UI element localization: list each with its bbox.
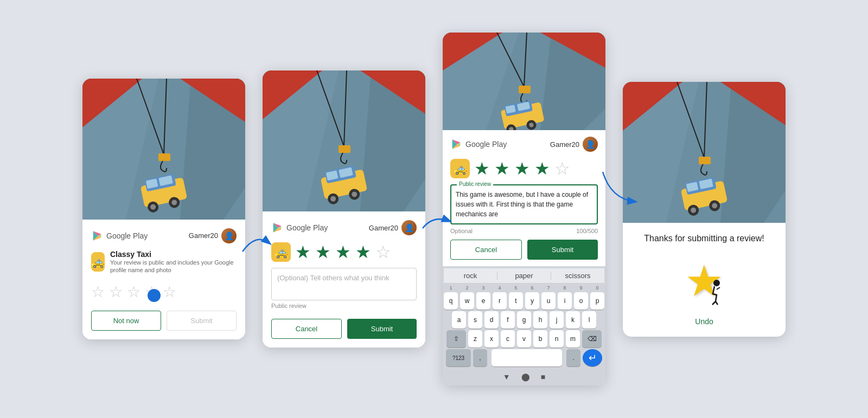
keyboard-row-1: q w e r t y u i o p [444,292,604,310]
review-star-3-5[interactable]: ☆ [554,158,570,179]
key-m[interactable]: m [566,330,580,348]
key-r[interactable]: r [493,292,507,310]
key-comma[interactable]: , [473,349,487,366]
key-c[interactable]: c [501,330,515,348]
key-l[interactable]: l [582,311,596,329]
review-star-3-2[interactable]: ★ [494,158,510,179]
google-play-icon-3 [450,138,462,150]
key-enter[interactable]: ↵ [583,349,602,366]
key-f[interactable]: f [501,311,515,329]
key-p[interactable]: p [590,292,604,310]
star-character-container: ★ [685,254,724,308]
key-u[interactable]: u [541,292,556,310]
star-1[interactable]: ☆ [91,284,105,300]
arrow-svg-3 [600,166,638,210]
star-5[interactable]: ☆ [163,285,176,300]
character-figure [705,279,726,306]
review-star-2[interactable]: ★ [315,242,331,262]
key-i[interactable]: i [558,292,572,310]
suggestion-paper[interactable]: paper [497,272,551,280]
key-x[interactable]: x [484,330,499,348]
stars-row-1[interactable]: ☆ ☆ ☆ ☆ ☆ [91,285,237,300]
svg-rect-7 [158,153,170,161]
submit-button-2[interactable]: Submit [347,319,417,339]
key-k[interactable]: k [566,311,580,329]
cancel-button-2[interactable]: Cancel [271,319,342,339]
key-b[interactable]: b [533,330,547,348]
avatar-1: 👤 [221,228,237,243]
review-text[interactable]: This game is awesome, but I have a coupl… [456,190,592,219]
gp-header-1: Google Play Gamer20 👤 [91,228,237,243]
key-q[interactable]: q [444,292,458,310]
undo-link[interactable]: Undo [695,317,713,326]
submit-button-1[interactable]: Submit [167,311,237,331]
gp-logo-2: Google Play [271,222,328,234]
review-box[interactable]: Public review This game is awesome, but … [450,184,598,224]
not-now-button[interactable]: Not now [91,311,161,331]
cancel-button-3[interactable]: Cancel [450,240,522,260]
screens-container: Google Play Gamer20 👤 🚕 Classy Taxi Your… [0,11,868,407]
submit-button-3[interactable]: Submit [527,240,598,260]
game-illustration-1 [82,79,245,220]
key-e[interactable]: e [476,292,490,310]
key-num[interactable]: ?123 [446,349,471,366]
keyboard[interactable]: rock paper scissors 1 2 3 4 5 6 7 8 9 0 [443,266,605,385]
screen2-bottom: Google Play Gamer20 👤 🚕 ★ ★ ★ ★ ☆ ( [263,211,425,348]
key-a[interactable]: a [452,311,466,329]
key-h[interactable]: h [533,311,547,329]
key-y[interactable]: y [525,292,539,310]
svg-rect-56 [699,157,711,164]
gp-header-3: Google Play Gamer20 👤 [450,137,598,152]
keyboard-row-2: a s d f g h j k l [444,311,604,329]
key-d[interactable]: d [484,311,499,329]
key-v[interactable]: v [517,330,531,348]
key-space[interactable] [492,349,562,366]
review-stars-row-3[interactable]: 🚕 ★ ★ ★ ★ ☆ [450,158,598,179]
key-t[interactable]: t [509,292,523,310]
gp-logo-text-3: Google Play [465,140,507,149]
nav-home[interactable]: ⬤ [521,372,530,381]
key-shift[interactable]: ⇧ [446,330,466,348]
key-j[interactable]: j [550,311,564,329]
char-count: 100/500 [576,228,598,234]
app-icon-3: 🚕 [450,159,470,178]
key-g[interactable]: g [517,311,531,329]
optional-label: Optional [450,228,473,234]
keyboard-row-4: ?123 , . ↵ [444,349,604,366]
gp-logo-text-1: Google Play [106,231,148,240]
key-backspace[interactable]: ⌫ [582,330,602,348]
app-info-row: 🚕 Classy Taxi Your review is public and … [91,250,237,274]
screen1-wrapper: Google Play Gamer20 👤 🚕 Classy Taxi Your… [82,79,245,340]
review-stars-row-2[interactable]: 🚕 ★ ★ ★ ★ ☆ [271,242,417,262]
key-n[interactable]: n [550,330,564,348]
review-input-2[interactable]: (Optional) Tell others what you think [271,268,417,300]
keyboard-suggestions: rock paper scissors [444,268,604,284]
gp-header-2: Google Play Gamer20 👤 [271,220,417,235]
review-star-4[interactable]: ★ [355,242,371,262]
star-wrapper-4[interactable]: ☆ [145,285,158,300]
star-wrapper-1[interactable]: ☆ [91,285,105,300]
suggestion-rock[interactable]: rock [444,272,497,280]
key-w[interactable]: w [460,292,474,310]
nav-recents[interactable]: ■ [541,372,545,381]
screen3-review-panel: Google Play Gamer20 👤 🚕 ★ ★ ★ ★ ☆ P [443,130,605,266]
nav-back[interactable]: ▼ [503,372,510,381]
buttons-row-2: Cancel Submit [271,319,417,339]
review-star-1[interactable]: ★ [295,242,311,262]
key-s[interactable]: s [468,311,482,329]
review-star-5[interactable]: ☆ [375,242,391,262]
review-star-3[interactable]: ★ [335,242,351,262]
app-name: Classy Taxi [110,250,237,259]
star-3[interactable]: ☆ [127,285,141,300]
suggestion-scissors[interactable]: scissors [551,272,604,280]
review-star-3-1[interactable]: ★ [474,158,490,179]
key-o[interactable]: o [574,292,588,310]
screen2: Google Play Gamer20 👤 🚕 ★ ★ ★ ★ ☆ ( [263,70,425,348]
review-star-3-4[interactable]: ★ [534,158,550,179]
buttons-row-3: Cancel Submit [450,240,598,260]
star-2[interactable]: ☆ [109,285,123,300]
screen4-wrapper: Thanks for submitting a review! ★ Undo [623,82,786,337]
key-period[interactable]: . [566,349,580,366]
review-star-3-3[interactable]: ★ [514,158,530,179]
key-z[interactable]: z [468,330,482,348]
